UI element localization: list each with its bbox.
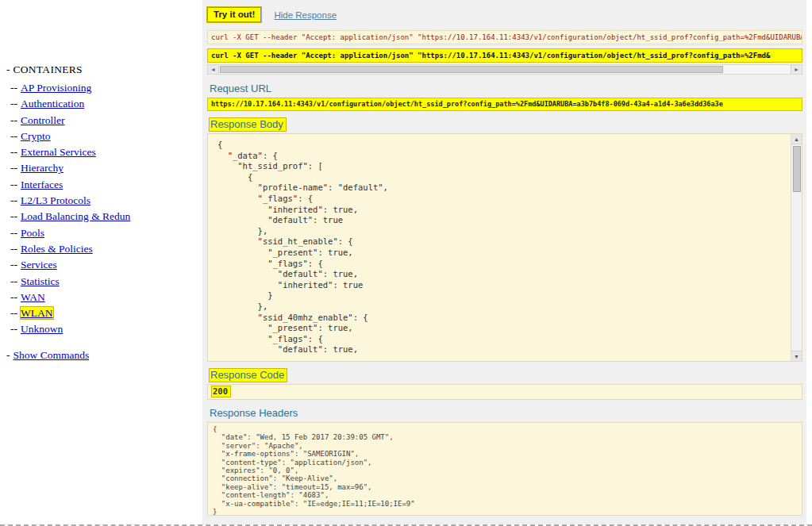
sidebar-nav: - CONTAINERS --AP Provisioning --Authent…: [0, 0, 202, 526]
sidebar-link-roles-policies[interactable]: Roles & Policies: [21, 243, 93, 255]
response-body-json: { "_data": { "ht_ssid_prof": [ { "profil…: [208, 134, 802, 355]
sidebar-heading-containers: - CONTAINERS: [6, 62, 202, 78]
response-code-heading: Response Code: [210, 369, 287, 382]
scroll-up-icon[interactable]: ▲: [791, 134, 802, 144]
dash-prefix: --: [10, 98, 17, 109]
sidebar-item-authentication: --Authentication: [6, 96, 202, 112]
sidebar-item-interfaces: --Interfaces: [6, 177, 202, 193]
dash-prefix: --: [10, 146, 17, 158]
sidebar-link-interfaces[interactable]: Interfaces: [21, 179, 63, 190]
dash-prefix: --: [10, 82, 17, 94]
sidebar-item-services: --Services: [6, 257, 202, 273]
response-body-scrollbar[interactable]: ▲ ▼: [791, 134, 802, 361]
api-response-panel: Try it out! Hide Response curl -X GET --…: [202, 0, 806, 526]
dash-prefix: --: [10, 307, 17, 319]
sidebar-item-pools: --Pools: [6, 225, 202, 241]
horizontal-scrollbar[interactable]: ◄ ►: [207, 64, 802, 75]
sidebar-item-wlan: --WLAN: [6, 305, 202, 321]
sidebar-link-services[interactable]: Services: [21, 259, 57, 271]
response-headers-box: { "date": "Wed, 15 Feb 2017 20:39:05 GMT…: [207, 422, 802, 516]
sidebar-item-l2l3-protocols: --L2/L3 Protocols: [6, 193, 202, 209]
dash-prefix: --: [10, 162, 17, 174]
sidebar-link-pools[interactable]: Pools: [21, 227, 44, 239]
sidebar-link-crypto[interactable]: Crypto: [21, 130, 51, 142]
sidebar-item-wan: --WAN: [6, 290, 202, 305]
dash-prefix: --: [10, 275, 17, 287]
sidebar-link-controller[interactable]: Controller: [21, 114, 65, 126]
sidebar-link-unknown[interactable]: Unknown: [21, 323, 63, 335]
response-body-section: Response Body: [210, 118, 803, 130]
sidebar-link-load-balancing[interactable]: Load Balancing & Redun: [21, 210, 130, 222]
request-url-heading: Request URL: [210, 83, 803, 94]
response-code-value: 200: [212, 386, 230, 397]
dash-prefix: --: [10, 227, 17, 239]
sidebar-link-wan[interactable]: WAN: [21, 291, 45, 303]
response-headers-heading: Response Headers: [210, 407, 803, 419]
dash-prefix: --: [10, 243, 17, 255]
hide-response-link[interactable]: Hide Response: [274, 10, 337, 20]
sidebar-item-unknown: --Unknown: [6, 321, 202, 337]
horizontal-scrollbar-track[interactable]: [219, 65, 791, 74]
scroll-left-icon[interactable]: ◄: [208, 65, 219, 74]
scroll-down-icon[interactable]: ▼: [791, 351, 802, 361]
sidebar-item-load-balancing: --Load Balancing & Redun: [6, 209, 202, 225]
dash-prefix: --: [10, 130, 17, 142]
dash-prefix: --: [10, 323, 17, 335]
scroll-right-icon[interactable]: ►: [791, 65, 802, 74]
response-code-box: 200: [207, 384, 802, 400]
sidebar-item-crypto: --Crypto: [6, 129, 202, 144]
request-url-value: https://10.17.164.11:4343/v1/configurati…: [207, 98, 802, 111]
sidebar-link-hierarchy[interactable]: Hierarchy: [21, 162, 63, 174]
dash-prefix: --: [10, 259, 17, 271]
dash-prefix: --: [10, 194, 17, 206]
response-body-box: { "_data": { "ht_ssid_prof": [ { "profil…: [207, 133, 802, 362]
response-headers-json: { "date": "Wed, 15 Feb 2017 20:39:05 GMT…: [213, 425, 797, 516]
sidebar-item-show-commands: -Show Commands: [6, 347, 202, 363]
api-docs-page: - CONTAINERS --AP Provisioning --Authent…: [0, 0, 812, 526]
curl-command-line: curl -X GET --header "Accept: applicatio…: [207, 30, 802, 44]
dash-prefix: --: [10, 179, 17, 190]
dash-prefix: --: [10, 291, 17, 303]
response-body-scrollbar-thumb[interactable]: [793, 146, 801, 192]
sidebar-link-external-services[interactable]: External Services: [21, 146, 96, 158]
toolbar-row: Try it out! Hide Response: [207, 6, 803, 23]
dash-prefix: --: [10, 114, 17, 126]
dash-prefix: -: [6, 349, 10, 361]
sidebar-link-show-commands[interactable]: Show Commands: [13, 349, 90, 361]
sidebar-link-authentication[interactable]: Authentication: [21, 98, 84, 109]
sidebar-item-ap-provisioning: --AP Provisioning: [6, 80, 202, 96]
sidebar-link-wlan[interactable]: WLAN: [21, 307, 53, 319]
dash-prefix: --: [10, 210, 17, 222]
horizontal-scrollbar-thumb[interactable]: [220, 66, 723, 73]
sidebar-item-statistics: --Statistics: [6, 274, 202, 290]
response-code-section: Response Code: [210, 369, 803, 381]
sidebar-link-l2l3-protocols[interactable]: L2/L3 Protocols: [21, 194, 90, 206]
sidebar-item-external-services: --External Services: [6, 144, 202, 160]
sidebar-link-statistics[interactable]: Statistics: [21, 275, 60, 287]
sidebar-link-ap-provisioning[interactable]: AP Provisioning: [21, 82, 91, 94]
sidebar-item-hierarchy: --Hierarchy: [6, 160, 202, 176]
response-body-heading: Response Body: [210, 118, 286, 131]
sidebar-item-roles-policies: --Roles & Policies: [6, 241, 202, 257]
try-it-out-button[interactable]: Try it out!: [207, 7, 261, 22]
curl-command-line-highlighted: curl -X GET --header "Accept: applicatio…: [207, 48, 802, 63]
sidebar-item-controller: --Controller: [6, 113, 202, 129]
